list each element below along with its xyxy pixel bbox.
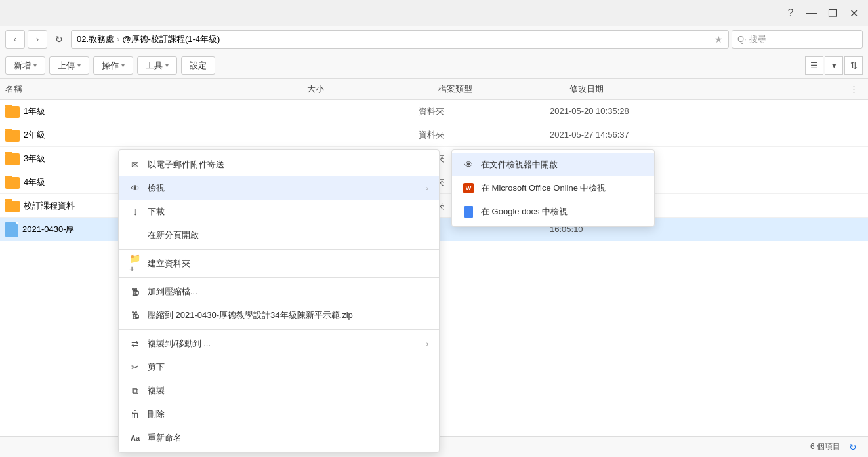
menu-item-newtab[interactable]: 在新分頁開啟 xyxy=(119,224,439,247)
submenu-item-open-viewer[interactable]: 在文件檢視器中開啟 xyxy=(452,153,654,176)
search-icon: Q· xyxy=(737,34,747,44)
folder-icon xyxy=(5,153,20,165)
new-dropdown-arrow: ▾ xyxy=(33,62,37,69)
tools-button[interactable]: 工具 ▾ xyxy=(137,56,177,75)
bookmark-star-icon[interactable]: ★ xyxy=(714,34,723,45)
gdocs-icon xyxy=(463,206,474,218)
menu-newfolder-label: 建立資料夾 xyxy=(148,258,190,269)
submenu-item-google-docs[interactable]: 在 Google docs 中檢視 xyxy=(452,200,654,224)
menu-item-email[interactable]: 以電子郵件附件寄送 xyxy=(119,153,439,176)
folder-plus-icon: 📁+ xyxy=(129,258,141,269)
list-view-button[interactable]: ☰ xyxy=(805,56,823,75)
eye-icon xyxy=(129,182,141,194)
back-button[interactable]: ‹ xyxy=(5,30,25,49)
menu-item-download[interactable]: 下載 xyxy=(119,200,439,224)
menu-download-label: 下載 xyxy=(148,206,165,218)
file-type-cell: 資料夾 xyxy=(419,129,550,141)
menu-divider xyxy=(119,249,439,250)
menu-copymove-label: 複製到/移動到 ... xyxy=(148,338,211,349)
file-name-cell: 2年級 xyxy=(5,129,287,142)
file-list-header: 名稱 大小 檔案類型 修改日期 ⋮ xyxy=(0,79,868,100)
submenu-ms-label: 在 Microsoft Office Online 中檢視 xyxy=(481,182,606,194)
menu-copy-label: 複製 xyxy=(148,385,165,397)
forward-button[interactable]: › xyxy=(28,30,47,49)
upload-dropdown-arrow: ▾ xyxy=(77,62,81,69)
address-bar[interactable]: 02.教務處 › @厚德-校訂課程(1-4年級) ★ xyxy=(71,30,729,49)
settings-button[interactable]: 設定 xyxy=(181,56,215,75)
header-more[interactable]: ⋮ xyxy=(850,84,863,94)
menu-item-copy[interactable]: ⧉ 複製 xyxy=(119,379,439,403)
item-count-label: 6 個項目 xyxy=(810,441,840,452)
table-row[interactable]: 1年級 資料夾 2021-05-20 10:35:28 xyxy=(0,100,868,123)
folder-icon xyxy=(5,130,20,142)
viewer-eye-icon xyxy=(463,159,474,170)
minimize-button[interactable]: — xyxy=(802,4,821,22)
menu-item-compress[interactable]: 🗜 加到壓縮檔... xyxy=(119,280,439,304)
delete-icon: 🗑 xyxy=(129,408,141,420)
newtab-icon xyxy=(129,229,141,241)
sort-button[interactable]: ⇅ xyxy=(844,56,863,75)
table-row[interactable]: 2年級 資料夾 2021-05-27 14:56:37 xyxy=(0,123,868,147)
menu-item-copymove[interactable]: ⇄ 複製到/移動到 ... › xyxy=(119,332,439,355)
ms-office-logo: W xyxy=(463,183,474,193)
submenu-item-ms-office[interactable]: W 在 Microsoft Office Online 中檢視 xyxy=(452,176,654,200)
menu-item-view[interactable]: 檢視 › xyxy=(119,176,439,200)
new-button[interactable]: 新增 ▾ xyxy=(5,56,45,75)
copymove-arrow-icon: › xyxy=(426,340,428,348)
menu-compress-label: 加到壓縮檔... xyxy=(148,286,197,298)
menu-compress-zip-label: 壓縮到 2021-0430-厚德教學設計34年級陳新平示範.zip xyxy=(148,309,353,321)
submenu-arrow-icon: › xyxy=(426,185,428,192)
header-name[interactable]: 名稱 xyxy=(5,83,307,95)
folder-icon xyxy=(5,201,20,212)
refresh-button[interactable]: ↻ xyxy=(50,30,68,49)
menu-item-compress-zip[interactable]: 🗜 壓縮到 2021-0430-厚德教學設計34年級陳新平示範.zip xyxy=(119,304,439,327)
close-button[interactable]: ✕ xyxy=(844,4,863,22)
menu-cut-label: 剪下 xyxy=(148,361,165,373)
menu-newtab-label: 在新分頁開啟 xyxy=(148,229,199,241)
mail-icon xyxy=(129,159,141,170)
compress-icon: 🗜 xyxy=(129,286,141,298)
statusbar-refresh-button[interactable]: ↻ xyxy=(846,440,860,454)
download-icon xyxy=(129,206,141,218)
file-date-cell: 2021-05-27 14:56:37 xyxy=(550,130,863,140)
sub-menu: 在文件檢視器中開啟 W 在 Microsoft Office Online 中檢… xyxy=(451,149,655,227)
menu-rename-label: 重新命名 xyxy=(148,432,182,444)
copy-icon: ⧉ xyxy=(129,385,141,397)
address-part2: @厚德-校訂課程(1-4年級) xyxy=(122,33,220,45)
titlebar: ? — ❐ ✕ xyxy=(0,0,868,26)
menu-item-newfolder[interactable]: 📁+ 建立資料夾 xyxy=(119,252,439,275)
menu-item-delete[interactable]: 🗑 刪除 xyxy=(119,403,439,426)
operations-button[interactable]: 操作 ▾ xyxy=(93,56,133,75)
maximize-button[interactable]: ❐ xyxy=(823,4,842,22)
header-date[interactable]: 修改日期 xyxy=(569,83,850,95)
document-icon xyxy=(5,222,18,237)
search-bar[interactable]: Q· 搜尋 xyxy=(732,30,863,49)
menu-item-rename[interactable]: Aa 重新命名 xyxy=(119,426,439,450)
menu-divider-3 xyxy=(119,329,439,330)
folder-icon xyxy=(5,106,20,118)
ops-dropdown-arrow: ▾ xyxy=(121,62,125,69)
menu-view-label: 檢視 xyxy=(148,182,165,194)
file-name-cell: 1年級 xyxy=(5,105,287,118)
help-button[interactable]: ? xyxy=(781,4,800,22)
menu-delete-label: 刪除 xyxy=(148,408,165,420)
upload-button[interactable]: 上傳 ▾ xyxy=(49,56,89,75)
header-size[interactable]: 大小 xyxy=(307,83,438,95)
menu-item-cut[interactable]: ✂ 剪下 xyxy=(119,355,439,379)
search-placeholder: 搜尋 xyxy=(749,33,766,45)
navigation-toolbar: ‹ › ↻ 02.教務處 › @厚德-校訂課程(1-4年級) ★ Q· 搜尋 xyxy=(0,26,868,52)
msoffice-icon: W xyxy=(463,182,474,194)
folder-icon xyxy=(5,177,20,189)
cut-icon: ✂ xyxy=(129,361,141,373)
view-options-button[interactable]: ▾ xyxy=(825,56,843,75)
address-separator: › xyxy=(117,34,119,44)
address-part1: 02.教務處 xyxy=(77,33,114,45)
file-type-cell: 資料夾 xyxy=(419,106,550,117)
copymove-icon: ⇄ xyxy=(129,338,141,349)
header-type[interactable]: 檔案類型 xyxy=(438,83,569,95)
tools-dropdown-arrow: ▾ xyxy=(165,62,169,69)
action-toolbar: 新增 ▾ 上傳 ▾ 操作 ▾ 工具 ▾ 設定 ☰ ▾ ⇅ xyxy=(0,52,868,79)
submenu-open-viewer-label: 在文件檢視器中開啟 xyxy=(481,159,558,170)
file-date-cell: 2021-05-20 10:35:28 xyxy=(550,106,863,116)
context-menu: 以電子郵件附件寄送 檢視 › 下載 在新分頁開啟 📁+ 建立資料夾 🗜 加到壓縮… xyxy=(118,149,440,453)
